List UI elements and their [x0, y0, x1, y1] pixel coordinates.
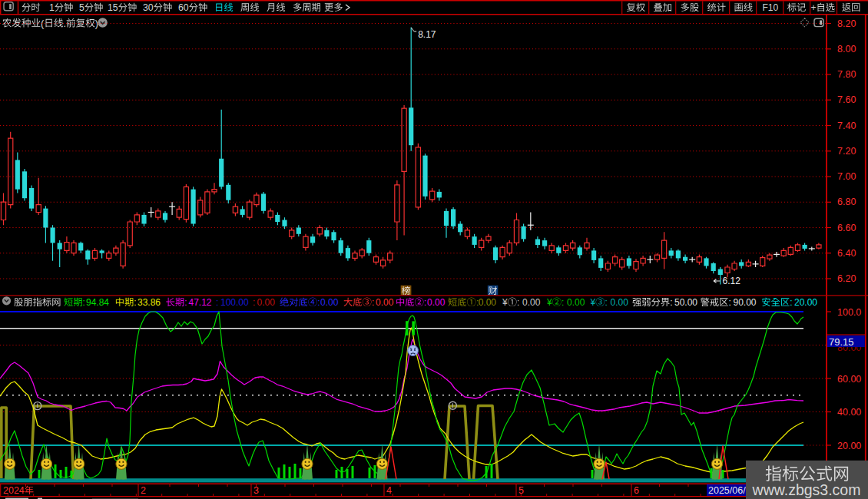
svg-text:0.00: 0.00	[479, 297, 497, 308]
svg-text::: :	[372, 297, 374, 308]
svg-text:6.12: 6.12	[723, 276, 741, 286]
svg-text::: :	[216, 297, 218, 308]
svg-text:15: 15	[108, 2, 118, 13]
svg-text:7.00: 7.00	[837, 171, 856, 182]
svg-text:+: +	[811, 2, 817, 13]
svg-text:40.00: 40.00	[837, 407, 861, 418]
svg-text:6: 6	[634, 485, 639, 496]
svg-text:0.00: 0.00	[257, 297, 276, 308]
svg-text:4: 4	[386, 485, 392, 496]
svg-text:94.84: 94.84	[86, 297, 109, 308]
svg-text::: :	[562, 297, 564, 308]
svg-text:0.00: 0.00	[522, 297, 541, 308]
svg-text:0.00: 0.00	[611, 297, 629, 308]
svg-text::: :	[184, 297, 187, 308]
svg-text:0.00: 0.00	[427, 297, 446, 308]
svg-text::: :	[605, 297, 608, 308]
svg-text:100.0: 100.0	[837, 307, 861, 318]
svg-text:6.20: 6.20	[837, 273, 856, 284]
svg-text::: :	[517, 297, 519, 308]
svg-text:8.00: 8.00	[837, 44, 856, 55]
svg-text:2025/06/1: 2025/06/1	[708, 485, 751, 496]
svg-text:2024: 2024	[3, 485, 25, 496]
svg-text:0.00: 0.00	[320, 297, 339, 308]
svg-text:50.00: 50.00	[674, 297, 697, 308]
svg-text:8.17: 8.17	[418, 29, 436, 40]
svg-text::: :	[790, 297, 792, 308]
svg-text:30: 30	[143, 2, 154, 13]
svg-text:20.00: 20.00	[794, 297, 817, 308]
svg-text:6.80: 6.80	[837, 197, 856, 207]
svg-text:20.00: 20.00	[837, 441, 861, 451]
svg-text::: :	[728, 297, 731, 308]
svg-text::: :	[253, 297, 255, 308]
svg-text:7.40: 7.40	[837, 121, 856, 131]
svg-text:F10: F10	[763, 2, 779, 13]
svg-text:33.86: 33.86	[137, 297, 161, 308]
svg-text:7.80: 7.80	[837, 69, 856, 80]
svg-text:¥: ¥	[502, 297, 508, 308]
svg-text::: :	[670, 297, 672, 308]
svg-text:90.00: 90.00	[734, 297, 757, 308]
svg-text:79.15: 79.15	[829, 336, 854, 348]
svg-text:6.40: 6.40	[837, 248, 856, 259]
svg-text:¥: ¥	[590, 297, 596, 308]
svg-text:6.60: 6.60	[837, 223, 856, 233]
svg-text:100.00: 100.00	[220, 297, 249, 308]
svg-text::: :	[134, 297, 136, 308]
svg-text:2: 2	[141, 485, 146, 496]
svg-text:5: 5	[79, 2, 84, 13]
svg-text:5: 5	[518, 485, 524, 496]
svg-text:1: 1	[49, 2, 55, 13]
svg-text:0.00: 0.00	[567, 297, 585, 308]
svg-text:3: 3	[253, 485, 259, 496]
svg-text:8.20: 8.20	[837, 18, 856, 29]
svg-text:60.00: 60.00	[837, 374, 861, 385]
svg-text:¥: ¥	[546, 297, 552, 308]
svg-text:47.12: 47.12	[189, 297, 212, 308]
svg-text::: :	[424, 297, 426, 308]
svg-text:60: 60	[178, 2, 189, 13]
svg-text:www.zbgs3.com: www.zbgs3.com	[752, 481, 861, 498]
svg-text:7.60: 7.60	[837, 94, 856, 105]
svg-text:0.00: 0.00	[376, 297, 394, 308]
svg-text::: :	[83, 297, 85, 308]
svg-text:7.20: 7.20	[837, 146, 856, 157]
